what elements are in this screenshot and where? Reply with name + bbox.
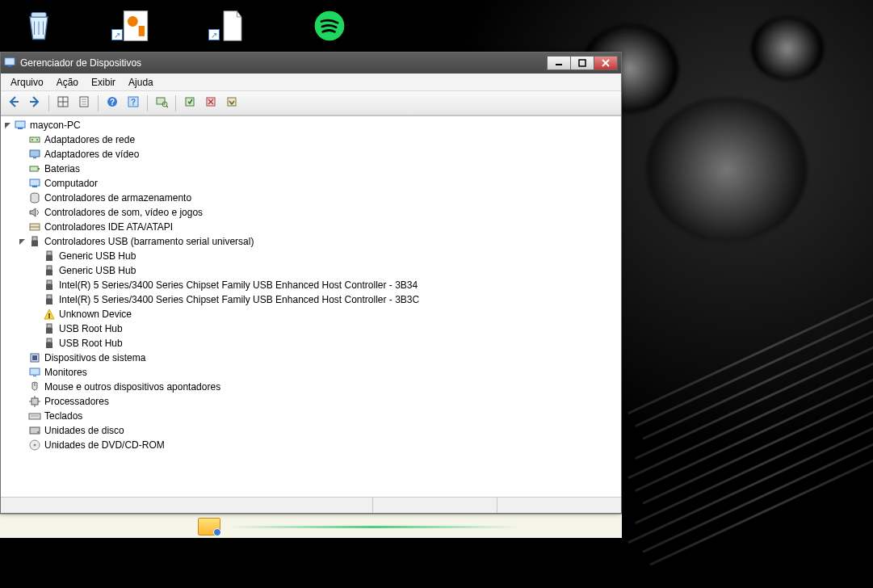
tree-item-label: Adaptadores de rede	[43, 134, 135, 145]
sound-icon	[28, 206, 41, 219]
desktop-icon-shortcut-1[interactable]: ↗	[110, 6, 162, 45]
menu-arquivo[interactable]: Arquivo	[4, 75, 50, 90]
svg-rect-54	[46, 299, 52, 304]
usb-icon	[43, 322, 56, 335]
tree-item-label: Controladores de armazenamento	[43, 192, 191, 204]
taskbar-glow	[229, 526, 519, 528]
collapse-icon[interactable]	[2, 120, 12, 130]
menu-exibir[interactable]: Exibir	[85, 75, 122, 90]
uninstall-button[interactable]	[201, 94, 220, 113]
help-topics-button[interactable]: ?	[124, 94, 143, 113]
tree-item-baterias[interactable]: Baterias	[17, 162, 621, 176]
svg-rect-0	[31, 13, 46, 18]
tree-item-controladores-usb-barramento-serial-univ[interactable]: Controladores USB (barramento serial uni…	[17, 234, 621, 249]
collapse-icon[interactable]	[17, 237, 27, 246]
tree-item-label: USB Root Hub	[57, 338, 123, 349]
tree-item-processadores[interactable]: Processadores	[17, 394, 621, 409]
mouse-icon	[28, 380, 41, 393]
close-button[interactable]	[594, 56, 618, 70]
tree-item-monitores[interactable]: Monitores	[17, 365, 621, 380]
tree-item-computador[interactable]: Computador	[17, 176, 621, 191]
tree-item-label: Baterias	[43, 163, 80, 174]
svg-rect-46	[31, 241, 38, 246]
arrow-left-icon	[7, 95, 20, 111]
usb-icon	[28, 235, 41, 248]
tree-item-label: Intel(R) 5 Series/3400 Series Chipset Fa…	[57, 294, 419, 305]
tree-item-intel-r-5-series-3400-series-chipset-fam[interactable]: Intel(R) 5 Series/3400 Series Chipset Fa…	[31, 278, 621, 292]
arrow-right-icon	[28, 95, 41, 111]
svg-rect-50	[46, 270, 52, 275]
tree-item-generic-usb-hub[interactable]: Generic USB Hub	[31, 249, 621, 263]
svg-rect-65	[31, 398, 38, 405]
svg-rect-59	[46, 342, 52, 348]
usb-icon	[43, 279, 56, 292]
properties-button[interactable]	[74, 94, 94, 113]
desktop-icon-spotify[interactable]	[304, 6, 355, 45]
svg-rect-8	[579, 60, 585, 66]
device-tree[interactable]: maycon-PCAdaptadores de redeAdaptadores …	[1, 116, 621, 497]
svg-rect-62	[30, 368, 40, 375]
tree-item-intel-r-5-series-3400-series-chipset-fam[interactable]: Intel(R) 5 Series/3400 Series Chipset Fa…	[31, 292, 621, 307]
window-title: Gerenciador de Dispositivos	[20, 57, 543, 69]
tree-root-label: maycon-PC	[28, 120, 81, 131]
show-hidden-button[interactable]	[53, 94, 73, 113]
tree-item-generic-usb-hub[interactable]: Generic USB Hub	[31, 263, 621, 278]
ide-icon	[28, 220, 41, 233]
svg-rect-27	[186, 98, 194, 106]
tree-item-adaptadores-de-v-deo[interactable]: Adaptadores de vídeo	[17, 147, 621, 162]
svg-line-26	[166, 106, 168, 107]
svg-rect-34	[30, 137, 40, 142]
svg-rect-45	[32, 237, 37, 241]
svg-point-75	[34, 444, 36, 447]
svg-point-73	[37, 431, 39, 433]
tree-item-mouse-e-outros-dispositivos-apontadores[interactable]: Mouse e outros dispositivos apontadores	[17, 380, 621, 394]
maximize-button[interactable]	[570, 56, 594, 70]
tree-item-usb-root-hub[interactable]: USB Root Hub	[31, 321, 621, 336]
forward-button[interactable]	[25, 94, 44, 113]
tree-item-controladores-de-som-v-deo-e-jogos[interactable]: Controladores de som, vídeo e jogos	[17, 205, 621, 220]
tree-item-label: Adaptadores de vídeo	[43, 149, 139, 160]
tree-item-label: Generic USB Hub	[57, 265, 136, 276]
help-button[interactable]: ?	[103, 94, 122, 113]
menubar: Arquivo Ação Exibir Ajuda	[1, 74, 621, 91]
tree-root[interactable]: maycon-PC	[2, 118, 621, 132]
cd-icon	[28, 439, 41, 452]
tree-item-unidades-de-disco[interactable]: Unidades de disco	[17, 423, 621, 438]
update-driver-button[interactable]	[180, 94, 199, 113]
svg-point-35	[31, 139, 33, 141]
tree-item-usb-root-hub[interactable]: USB Root Hub	[31, 336, 621, 351]
sheet-icon	[78, 95, 90, 111]
svg-rect-41	[30, 179, 40, 186]
menu-acao[interactable]: Ação	[50, 75, 85, 90]
tree-item-label: Processadores	[43, 396, 109, 407]
svg-rect-58	[47, 338, 52, 342]
tree-item-unknown-device[interactable]: !Unknown Device	[31, 307, 621, 321]
monitor-icon	[28, 366, 41, 379]
tree-item-adaptadores-de-rede[interactable]: Adaptadores de rede	[17, 132, 621, 147]
tree-item-label: Monitores	[43, 367, 87, 378]
minimize-button[interactable]	[547, 56, 571, 70]
tree-item-label: Teclados	[43, 410, 82, 422]
window-icon	[4, 57, 15, 70]
shortcut-arrow-icon: ↗	[111, 29, 123, 40]
tree-item-controladores-ide-ata-atapi[interactable]: Controladores IDE ATA/ATAPI	[17, 220, 621, 234]
desktop-icon-recycle-bin[interactable]	[13, 6, 65, 45]
menu-ajuda[interactable]: Ajuda	[122, 75, 160, 90]
system-icon	[28, 351, 41, 364]
svg-rect-5	[5, 57, 15, 65]
svg-rect-47	[47, 251, 52, 255]
tree-item-controladores-de-armazenamento[interactable]: Controladores de armazenamento	[17, 191, 621, 205]
back-button[interactable]	[4, 94, 23, 113]
scan-button[interactable]	[152, 94, 171, 113]
desktop-icon-shortcut-2[interactable]: ↗	[207, 6, 258, 45]
tree-item-dispositivos-de-sistema[interactable]: Dispositivos de sistema	[17, 351, 621, 365]
tree-item-label: USB Root Hub	[57, 323, 123, 334]
svg-rect-51	[47, 280, 52, 284]
tree-item-teclados[interactable]: Teclados	[17, 409, 621, 423]
titlebar[interactable]: Gerenciador de Dispositivos	[1, 52, 621, 74]
tree-item-unidades-de-dvd-cd-rom[interactable]: Unidades de DVD/CD-ROM	[17, 438, 621, 452]
tree-item-label: Intel(R) 5 Series/3400 Series Chipset Fa…	[57, 279, 418, 291]
tree-item-label: Controladores IDE ATA/ATAPI	[43, 221, 173, 233]
disable-button[interactable]	[222, 94, 241, 113]
taskbar-app-icon[interactable]	[198, 518, 220, 536]
